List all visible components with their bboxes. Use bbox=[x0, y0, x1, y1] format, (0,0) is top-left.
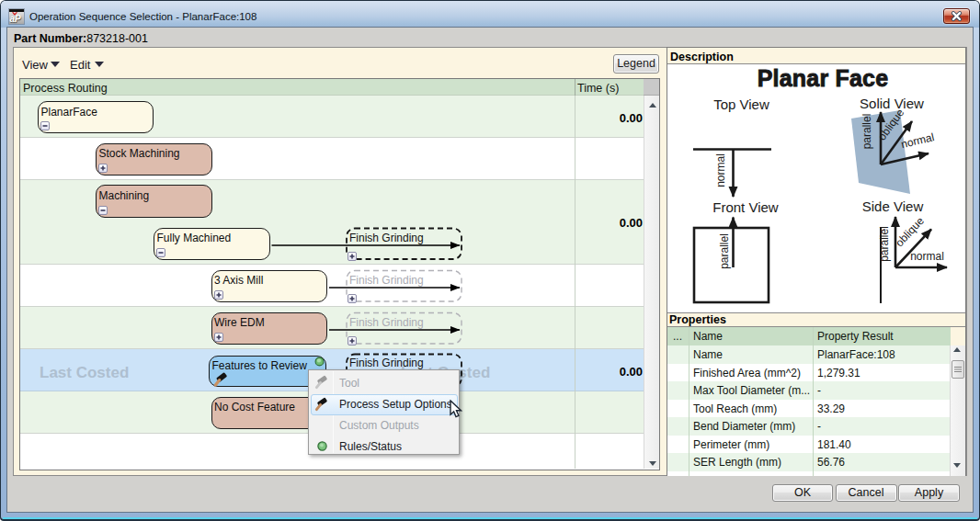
svg-text:Top View: Top View bbox=[713, 96, 769, 112]
svg-text:parallel: parallel bbox=[718, 233, 731, 269]
svg-text:Front View: Front View bbox=[712, 199, 779, 215]
svg-text:parallel: parallel bbox=[860, 114, 873, 150]
svg-text:normal: normal bbox=[900, 130, 936, 151]
svg-text:Side View: Side View bbox=[862, 198, 924, 214]
svg-text:Planar Face: Planar Face bbox=[758, 65, 889, 91]
svg-text:Solid View: Solid View bbox=[860, 96, 924, 111]
svg-text:oblique: oblique bbox=[893, 214, 927, 249]
svg-text:normal: normal bbox=[714, 153, 727, 187]
svg-text:parallel: parallel bbox=[878, 226, 891, 262]
svg-text:normal: normal bbox=[910, 250, 944, 263]
